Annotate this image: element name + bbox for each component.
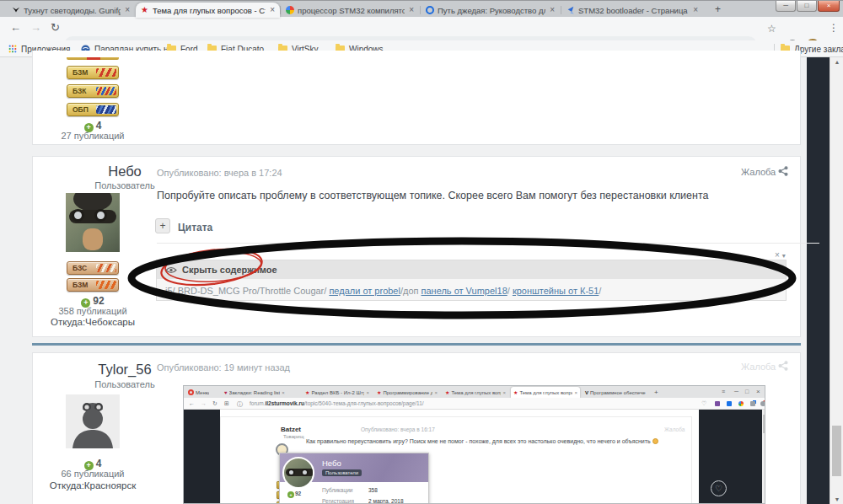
- heart-icon: ♥: [224, 390, 228, 395]
- bookmark-star-icon[interactable]: ☆: [767, 23, 776, 35]
- tab-close-icon[interactable]: ×: [693, 6, 698, 14]
- shot-scrollbar: [762, 410, 765, 503]
- shot-tab-vkb: ★ Раздел ВКБ - Ил-2 Штур×: [303, 387, 372, 398]
- shot-forward-icon: →: [201, 400, 207, 406]
- tab-separator: [420, 6, 421, 14]
- signature-link[interactable]: панель от Vumpel18: [422, 286, 507, 296]
- share-icon[interactable]: [778, 166, 788, 176]
- shot-post-body: Как правильно переустановить игру? Поиск…: [306, 438, 658, 444]
- post-card-nebo: Небо Пользователь БЗС БЗМ +92 358 публик…: [32, 156, 801, 337]
- close-icon[interactable]: ×: [775, 250, 780, 260]
- posts-count: 27 публикаций: [33, 131, 153, 141]
- award-badge: БЗМ: [67, 278, 119, 292]
- attached-screenshot-image[interactable]: Меню ♥ Закладки: Reading list× ★ Раздел …: [183, 385, 765, 504]
- posts-count: 358 публикаций: [33, 306, 153, 316]
- scroll-up-icon[interactable]: ▲: [830, 59, 843, 65]
- tab-forum-active[interactable]: ★ Тема для глупых вопросов - Ст ×: [136, 3, 280, 18]
- bird-favicon-icon: [12, 6, 20, 14]
- shot-tabbar: Меню ♥ Закладки: Reading list× ★ Раздел …: [184, 386, 765, 398]
- hovercard-group-badge: Пользователи: [322, 469, 362, 476]
- award-badge: БЗК: [67, 84, 119, 98]
- signature-divider: [157, 243, 819, 244]
- red-star-favicon-icon: ★: [141, 6, 149, 14]
- shot-report-link: Жалоба: [664, 426, 685, 432]
- back-icon[interactable]: ←: [10, 21, 21, 34]
- window-restore-button[interactable]: □: [797, 1, 817, 12]
- shot-user-hovercard: Небо Пользователи Публикации 358 Регистр…: [279, 453, 429, 504]
- hovercard-avatar: [282, 457, 314, 489]
- quote-button[interactable]: Цитата: [178, 222, 212, 233]
- shot-addressbar: ← → ↻ ⊞ ⓘ forum.il2sturmovik.ru/topic/50…: [184, 398, 765, 410]
- signature-spoiler: Скрыть содержимое i5/ BRD-DS_MCG Pro/Thr…: [156, 260, 787, 301]
- tab-google-search[interactable]: процессор STM32 компилятор ×: [281, 3, 419, 18]
- shot-profile-icon: [760, 401, 765, 406]
- new-tab-button[interactable]: +: [711, 3, 724, 16]
- forum-page-background: [807, 57, 830, 504]
- opera-icon: [188, 389, 194, 395]
- shot-tune-icon: ≡: [722, 389, 725, 394]
- report-link[interactable]: Жалоба: [741, 167, 776, 177]
- reload-icon[interactable]: ↻: [51, 21, 60, 34]
- eye-icon: [165, 266, 177, 274]
- shot-new-tab-icon: +: [654, 389, 658, 396]
- window-minimize-button[interactable]: ─: [776, 1, 796, 12]
- tab-close-icon[interactable]: ×: [125, 6, 130, 14]
- tab-title: Тухнут светодиоды. Gunifghter: [24, 6, 121, 15]
- kite-favicon-icon: [566, 6, 575, 14]
- spoiler-header[interactable]: Скрыть содержимое: [157, 260, 786, 279]
- author-role: Пользователь: [65, 379, 185, 389]
- multiquote-button[interactable]: +: [155, 218, 170, 233]
- tab-close-icon[interactable]: ×: [550, 6, 555, 14]
- shot-cart-icon: [727, 401, 732, 406]
- tab-close-icon[interactable]: ×: [409, 6, 414, 14]
- shot-share-icon: [750, 401, 755, 406]
- red-star-icon: ★: [513, 389, 518, 395]
- shot-post-author: Batzet: [281, 426, 301, 433]
- shot-tab-questions-2: ★ Тема для глупых вопрос×: [511, 387, 580, 398]
- posts-count: 66 публикаций: [33, 469, 153, 479]
- award-badge: ОБП: [67, 103, 119, 116]
- shot-tab-menu: Меню: [185, 387, 219, 398]
- shot-tab-programming: ★ Программирование дж×: [374, 387, 440, 398]
- tab-separator: [561, 6, 561, 14]
- tab-gunfighter[interactable]: Тухнут светодиоды. Gunifghter ×: [7, 3, 135, 18]
- red-star-icon: ★: [377, 389, 381, 395]
- shot-url: forum.il2sturmovik.ru/topic/5040-тема-дл…: [250, 400, 424, 406]
- report-link[interactable]: Жалоба: [741, 362, 776, 372]
- hide-signature-control[interactable]: × ▾: [775, 250, 786, 260]
- award-badge: БЗМ: [67, 66, 119, 79]
- post-separator: [32, 343, 801, 346]
- post-timestamp: Опубликовано: вчера в 17:24: [157, 168, 282, 178]
- tab-title: Тема для глупых вопросов - Ст: [153, 6, 266, 15]
- shot-tab-reading-list: ♥ Закладки: Reading list×: [222, 387, 300, 398]
- chrome-menu-icon[interactable]: ⋮: [829, 22, 839, 34]
- browser-window: Тухнут светодиоды. Gunifghter × ★ Тема д…: [0, 0, 843, 504]
- signature-link[interactable]: кронштейны от К-51: [513, 286, 599, 296]
- tab-close-icon[interactable]: ×: [270, 6, 275, 14]
- shot-extension-icon: [715, 401, 720, 406]
- red-star-icon: ★: [445, 389, 449, 395]
- hovercard-reputation: +92: [287, 491, 301, 498]
- page-scrollbar[interactable]: ▲ ▼: [830, 57, 843, 504]
- share-icon[interactable]: [778, 361, 788, 371]
- post-timestamp: Опубликовано: 19 минут назад: [157, 362, 290, 373]
- shot-page: Batzet Товарищ Опубликовано: вчера в 16:…: [220, 410, 699, 503]
- tab-stm32-bootloader[interactable]: STM32 bootloader - Страница 8 ×: [561, 3, 703, 18]
- shot-dark-band-left: [184, 410, 220, 503]
- spoiler-toggle-label[interactable]: Скрыть содержимое: [182, 265, 277, 275]
- tab-separator: [280, 6, 281, 14]
- hovercard-name: Небо: [322, 458, 341, 468]
- browser-tab-strip: Тухнут светодиоды. Gunifghter × ★ Тема д…: [0, 0, 843, 17]
- scrollbar-thumb[interactable]: [832, 426, 841, 476]
- window-close-button[interactable]: ×: [818, 1, 840, 12]
- caret-down-icon[interactable]: ▾: [782, 252, 786, 260]
- author-avatar[interactable]: [66, 394, 120, 448]
- scroll-down-icon[interactable]: ▼: [830, 496, 843, 502]
- tab-jedi-guide[interactable]: Путь джедая: Руководство для ×: [421, 3, 560, 18]
- bird-icon: V: [585, 390, 588, 395]
- author-avatar[interactable]: [66, 193, 120, 252]
- forward-icon[interactable]: →: [30, 21, 41, 34]
- signature-link[interactable]: педали от probel: [329, 286, 400, 296]
- shot-google-icon: [738, 401, 744, 406]
- award-badge-cut: [67, 57, 119, 60]
